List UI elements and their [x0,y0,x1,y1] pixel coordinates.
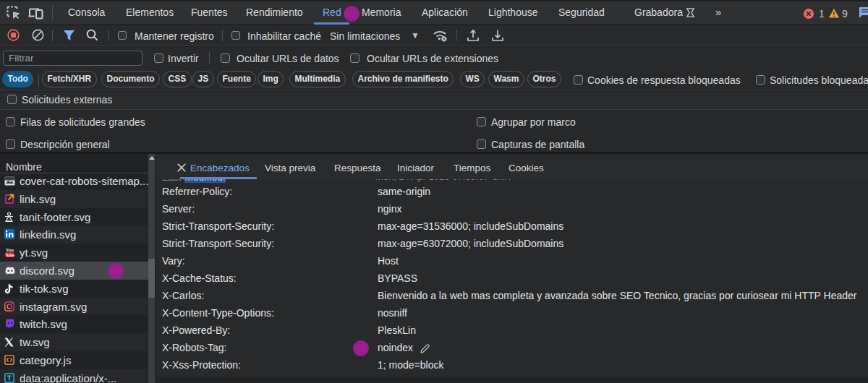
svg-text:You: You [6,248,14,252]
svg-text:Tube: Tube [5,253,14,257]
